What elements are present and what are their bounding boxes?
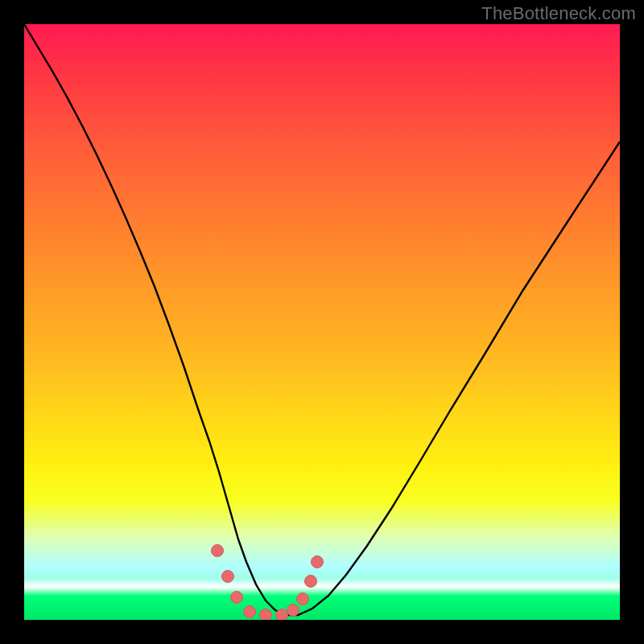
bottleneck-curve xyxy=(24,24,620,620)
curve-marker xyxy=(305,576,317,588)
curve-marker xyxy=(244,606,256,618)
curve-marker xyxy=(287,605,299,617)
curve-marker xyxy=(222,571,234,583)
chart-frame: TheBottleneck.com xyxy=(0,0,644,644)
curve-markers xyxy=(212,545,324,621)
watermark-text: TheBottleneck.com xyxy=(481,3,636,24)
curve-marker xyxy=(276,609,288,621)
curve-marker xyxy=(212,545,224,557)
curve-marker xyxy=(231,592,243,604)
plot-area xyxy=(24,24,620,620)
curve-marker xyxy=(312,556,324,568)
curve-path xyxy=(24,24,620,615)
curve-marker xyxy=(297,593,309,605)
curve-marker xyxy=(260,609,272,621)
